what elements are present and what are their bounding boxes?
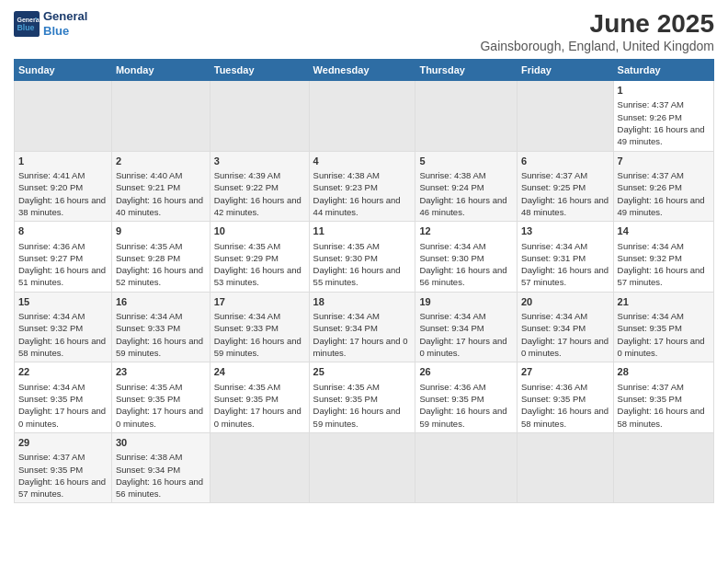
day-number: 18 — [313, 295, 412, 309]
sunset-text: Sunset: 9:30 PM — [419, 252, 513, 264]
sunset-text: Sunset: 9:35 PM — [521, 393, 609, 405]
calendar-cell — [415, 81, 518, 152]
sunset-text: Sunset: 9:35 PM — [419, 393, 513, 405]
day-number: 30 — [116, 436, 206, 450]
day-number: 2 — [116, 155, 206, 168]
sunset-text: Sunset: 9:21 PM — [116, 181, 206, 193]
sunset-text: Sunset: 9:29 PM — [214, 252, 305, 264]
day-number: 13 — [521, 224, 609, 238]
sunset-text: Sunset: 9:34 PM — [116, 464, 206, 476]
col-sunday: Sunday — [15, 60, 112, 81]
day-number: 28 — [618, 365, 710, 379]
calendar-cell: 16Sunrise: 4:34 AMSunset: 9:33 PMDayligh… — [111, 292, 210, 362]
day-number: 17 — [214, 295, 305, 309]
daylight-text: Daylight: 16 hours and 58 minutes. — [18, 335, 108, 360]
daylight-text: Daylight: 17 hours and 0 minutes. — [214, 405, 305, 430]
daylight-text: Daylight: 16 hours and 40 minutes. — [116, 194, 206, 219]
day-number: 5 — [419, 155, 513, 168]
day-number: 22 — [18, 365, 108, 379]
daylight-text: Daylight: 16 hours and 58 minutes. — [618, 405, 710, 430]
daylight-text: Daylight: 16 hours and 56 minutes. — [419, 264, 513, 289]
day-number: 4 — [313, 155, 412, 168]
sunrise-text: Sunrise: 4:38 AM — [116, 451, 206, 463]
sunrise-text: Sunrise: 4:35 AM — [116, 381, 206, 393]
calendar-cell: 17Sunrise: 4:34 AMSunset: 9:33 PMDayligh… — [210, 292, 309, 362]
sunset-text: Sunset: 9:20 PM — [18, 181, 108, 193]
calendar-cell — [415, 432, 518, 503]
sunset-text: Sunset: 9:26 PM — [618, 181, 710, 193]
main-title: June 2025 — [480, 9, 714, 39]
daylight-text: Daylight: 16 hours and 59 minutes. — [313, 405, 412, 430]
sunrise-text: Sunrise: 4:35 AM — [313, 381, 412, 393]
daylight-text: Daylight: 16 hours and 38 minutes. — [18, 194, 108, 219]
daylight-text: Daylight: 16 hours and 56 minutes. — [116, 476, 206, 500]
day-number: 8 — [18, 224, 108, 238]
day-number: 7 — [618, 155, 710, 168]
daylight-text: Daylight: 16 hours and 58 minutes. — [521, 405, 609, 430]
calendar-week-5: 29Sunrise: 4:37 AMSunset: 9:35 PMDayligh… — [15, 432, 714, 503]
sunrise-text: Sunrise: 4:34 AM — [618, 310, 710, 322]
daylight-text: Daylight: 16 hours and 49 minutes. — [618, 123, 710, 148]
calendar-cell: 3Sunrise: 4:39 AMSunset: 9:22 PMDaylight… — [210, 151, 309, 222]
calendar-cell — [15, 81, 112, 152]
page: General Blue General Blue June 2025 Gain… — [0, 0, 728, 563]
sunset-text: Sunset: 9:33 PM — [214, 322, 305, 334]
calendar-cell: 6Sunrise: 4:37 AMSunset: 9:25 PMDaylight… — [517, 151, 613, 222]
calendar-cell: 20Sunrise: 4:34 AMSunset: 9:34 PMDayligh… — [517, 292, 613, 362]
title-block: June 2025 Gainsborough, England, United … — [480, 9, 714, 53]
daylight-text: Daylight: 17 hours and 0 minutes. — [618, 335, 710, 360]
logo-line2: Blue — [43, 24, 69, 38]
sunrise-text: Sunrise: 4:35 AM — [214, 240, 305, 252]
day-number: 6 — [521, 155, 609, 168]
daylight-text: Daylight: 17 hours and 0 minutes. — [419, 335, 513, 360]
daylight-text: Daylight: 16 hours and 49 minutes. — [618, 194, 710, 219]
sunset-text: Sunset: 9:33 PM — [116, 322, 206, 334]
daylight-text: Daylight: 16 hours and 48 minutes. — [521, 194, 609, 219]
calendar-cell: 22Sunrise: 4:34 AMSunset: 9:35 PMDayligh… — [15, 362, 112, 433]
header-row: Sunday Monday Tuesday Wednesday Thursday… — [15, 60, 714, 81]
sunrise-text: Sunrise: 4:34 AM — [313, 310, 412, 322]
subtitle: Gainsborough, England, United Kingdom — [480, 39, 714, 53]
calendar-cell: 21Sunrise: 4:34 AMSunset: 9:35 PMDayligh… — [613, 292, 713, 362]
sunset-text: Sunset: 9:24 PM — [419, 181, 513, 193]
calendar-cell: 15Sunrise: 4:34 AMSunset: 9:32 PMDayligh… — [15, 292, 112, 362]
calendar-cell — [309, 81, 415, 152]
day-number: 16 — [116, 295, 206, 309]
calendar-cell: 29Sunrise: 4:37 AMSunset: 9:35 PMDayligh… — [15, 432, 112, 503]
daylight-text: Daylight: 17 hours and 0 minutes. — [313, 335, 412, 360]
daylight-text: Daylight: 16 hours and 53 minutes. — [214, 264, 305, 289]
sunrise-text: Sunrise: 4:37 AM — [618, 169, 710, 181]
day-number: 11 — [313, 224, 412, 238]
calendar-cell: 30Sunrise: 4:38 AMSunset: 9:34 PMDayligh… — [111, 432, 210, 503]
calendar-cell: 7Sunrise: 4:37 AMSunset: 9:26 PMDaylight… — [613, 151, 713, 222]
day-number: 25 — [313, 365, 412, 379]
day-number: 27 — [521, 365, 609, 379]
daylight-text: Daylight: 16 hours and 59 minutes. — [116, 335, 206, 360]
day-number: 23 — [116, 365, 206, 379]
sunrise-text: Sunrise: 4:34 AM — [419, 240, 513, 252]
sunrise-text: Sunrise: 4:34 AM — [18, 381, 108, 393]
logo-text: General Blue — [43, 9, 87, 38]
calendar-cell — [517, 432, 613, 503]
sunrise-text: Sunrise: 4:37 AM — [18, 451, 108, 463]
sunset-text: Sunset: 9:32 PM — [618, 252, 710, 264]
daylight-text: Daylight: 17 hours and 0 minutes. — [521, 335, 609, 360]
day-number: 19 — [419, 295, 513, 309]
daylight-text: Daylight: 16 hours and 59 minutes. — [214, 335, 305, 360]
logo-line1: General — [43, 9, 87, 24]
sunset-text: Sunset: 9:25 PM — [521, 181, 609, 193]
calendar-week-1: 1Sunrise: 4:41 AMSunset: 9:20 PMDaylight… — [15, 151, 714, 222]
sunrise-text: Sunrise: 4:35 AM — [214, 381, 305, 393]
daylight-text: Daylight: 16 hours and 52 minutes. — [116, 264, 206, 289]
logo-icon: General Blue — [14, 11, 40, 37]
daylight-text: Daylight: 16 hours and 59 minutes. — [419, 405, 513, 430]
day-number: 12 — [419, 224, 513, 238]
day-number: 1 — [618, 84, 710, 98]
calendar-cell — [210, 432, 309, 503]
daylight-text: Daylight: 16 hours and 46 minutes. — [419, 194, 513, 219]
calendar-cell: 11Sunrise: 4:35 AMSunset: 9:30 PMDayligh… — [309, 222, 415, 293]
calendar-cell: 1Sunrise: 4:41 AMSunset: 9:20 PMDaylight… — [15, 151, 112, 222]
calendar-cell: 23Sunrise: 4:35 AMSunset: 9:35 PMDayligh… — [111, 362, 210, 433]
calendar-week-3: 15Sunrise: 4:34 AMSunset: 9:32 PMDayligh… — [15, 292, 714, 362]
sunrise-text: Sunrise: 4:35 AM — [313, 240, 412, 252]
